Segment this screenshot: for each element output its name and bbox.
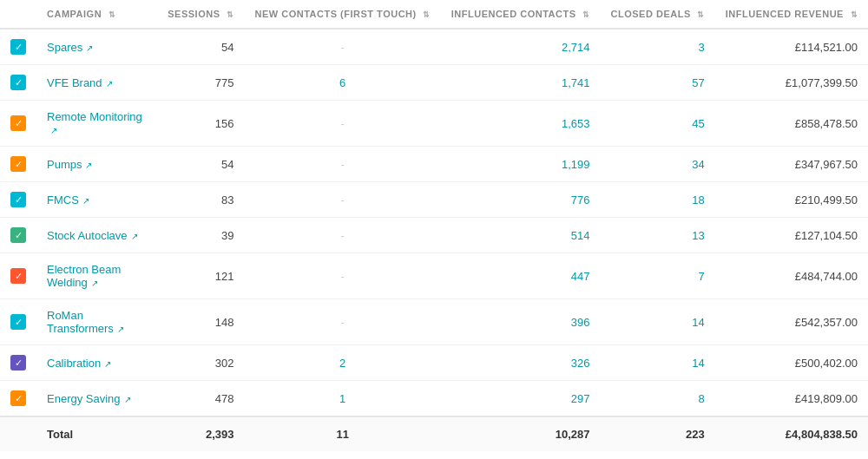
row-new-contacts: - (245, 299, 441, 345)
row-campaign: Pumps↗ (36, 147, 153, 182)
checkmark-icon: ✓ (15, 394, 23, 403)
checkbox-icon[interactable]: ✓ (10, 75, 26, 90)
row-sessions: 54 (153, 147, 245, 182)
campaign-link[interactable]: Remote Monitoring↗ (47, 110, 142, 136)
checkmark-icon: ✓ (15, 78, 23, 88)
campaign-link[interactable]: FMCS↗ (47, 193, 89, 207)
col-header-sessions[interactable]: SESSIONS ⇅ (153, 0, 245, 29)
sort-icon-closed-deals: ⇅ (697, 10, 705, 19)
campaign-link[interactable]: Stock Autoclave↗ (47, 229, 138, 242)
checkmark-icon: ✓ (15, 43, 23, 52)
table-body: ✓Spares↗54-2,7143£114,521.00✓VFE Brand↗7… (0, 29, 868, 416)
checkbox-icon[interactable]: ✓ (10, 390, 26, 406)
row-influenced-contacts: 514 (441, 218, 601, 253)
row-new-contacts: 6 (245, 65, 441, 101)
campaign-link[interactable]: Pumps↗ (47, 158, 92, 171)
row-campaign: FMCS↗ (36, 182, 153, 218)
table-row: ✓Spares↗54-2,7143£114,521.00 (0, 29, 868, 65)
row-influenced-revenue: £1,077,399.50 (715, 65, 868, 101)
campaign-link[interactable]: RoMan Transformers↗ (47, 309, 124, 335)
row-new-contacts: - (245, 147, 441, 182)
row-new-contacts: - (245, 101, 441, 147)
campaign-link[interactable]: Electron Beam Welding↗ (47, 263, 121, 289)
row-influenced-contacts: 447 (441, 253, 601, 299)
row-sessions: 302 (153, 345, 245, 381)
checkbox-icon[interactable]: ✓ (10, 39, 26, 55)
row-influenced-revenue: £500,402.00 (715, 345, 868, 381)
row-campaign: Stock Autoclave↗ (36, 218, 153, 253)
row-influenced-revenue: £484,744.00 (715, 253, 868, 299)
sort-icon-sessions: ⇅ (227, 10, 234, 19)
checkmark-icon: ✓ (15, 195, 23, 205)
row-checkbox-cell[interactable]: ✓ (0, 253, 36, 299)
col-header-checkbox (0, 0, 36, 29)
col-header-influenced-contacts[interactable]: INFLUENCED CONTACTS ⇅ (441, 0, 601, 29)
row-checkbox-cell[interactable]: ✓ (0, 381, 36, 417)
checkbox-icon[interactable]: ✓ (10, 156, 26, 172)
row-new-contacts: 1 (245, 381, 441, 417)
col-header-campaign[interactable]: CAMPAIGN ⇅ (36, 0, 153, 29)
row-campaign: Remote Monitoring↗ (36, 101, 153, 147)
table-header-row: CAMPAIGN ⇅ SESSIONS ⇅ NEW CONTACTS (FIRS… (0, 0, 868, 29)
row-closed-deals: 7 (601, 253, 715, 299)
campaign-link[interactable]: Calibration↗ (47, 357, 111, 370)
checkbox-icon[interactable]: ✓ (10, 314, 26, 330)
row-checkbox-cell[interactable]: ✓ (0, 345, 36, 381)
table-row: ✓Remote Monitoring↗156-1,65345£858,478.5… (0, 101, 868, 147)
table-row: ✓Energy Saving↗47812978£419,809.00 (0, 381, 868, 417)
totals-row: Total 2,393 11 10,287 223 £4,804,838.50 (0, 416, 868, 451)
row-checkbox-cell[interactable]: ✓ (0, 101, 36, 147)
row-checkbox-cell[interactable]: ✓ (0, 299, 36, 345)
sort-icon-new-contacts: ⇅ (423, 10, 431, 19)
table-row: ✓Pumps↗54-1,19934£347,967.50 (0, 147, 868, 182)
campaign-link[interactable]: Energy Saving↗ (47, 392, 131, 405)
row-closed-deals: 18 (601, 182, 715, 218)
external-link-icon: ↗ (106, 79, 113, 89)
checkbox-icon[interactable]: ✓ (10, 192, 26, 207)
row-closed-deals: 34 (601, 147, 715, 182)
col-header-closed-deals[interactable]: CLOSED DEALS ⇅ (601, 0, 715, 29)
row-closed-deals: 14 (601, 299, 715, 345)
row-checkbox-cell[interactable]: ✓ (0, 29, 36, 65)
col-header-influenced-revenue[interactable]: INFLUENCED REVENUE ⇅ (715, 0, 868, 29)
row-influenced-revenue: £347,967.50 (715, 147, 868, 182)
campaign-link[interactable]: Spares↗ (47, 41, 93, 54)
row-checkbox-cell[interactable]: ✓ (0, 147, 36, 182)
row-sessions: 39 (153, 218, 245, 253)
row-closed-deals: 13 (601, 218, 715, 253)
table-row: ✓VFE Brand↗77561,74157£1,077,399.50 (0, 65, 868, 101)
totals-sessions: 2,393 (153, 416, 245, 451)
external-link-icon: ↗ (124, 395, 131, 404)
sort-icon-influenced-revenue: ⇅ (851, 10, 858, 19)
row-checkbox-cell[interactable]: ✓ (0, 218, 36, 253)
campaign-table-container: CAMPAIGN ⇅ SESSIONS ⇅ NEW CONTACTS (FIRS… (0, 0, 868, 451)
external-link-icon: ↗ (85, 161, 92, 170)
row-influenced-contacts: 326 (441, 345, 601, 381)
checkbox-icon[interactable]: ✓ (10, 355, 26, 370)
row-sessions: 83 (153, 182, 245, 218)
campaign-link[interactable]: VFE Brand↗ (47, 76, 113, 89)
checkbox-icon[interactable]: ✓ (10, 115, 26, 131)
col-header-new-contacts[interactable]: NEW CONTACTS (FIRST TOUCH) ⇅ (245, 0, 441, 29)
checkbox-icon[interactable]: ✓ (10, 227, 26, 243)
external-link-icon: ↗ (91, 279, 98, 288)
row-checkbox-cell[interactable]: ✓ (0, 65, 36, 101)
row-closed-deals: 14 (601, 345, 715, 381)
row-new-contacts: 2 (245, 345, 441, 381)
row-influenced-contacts: 1,199 (441, 147, 601, 182)
row-sessions: 148 (153, 299, 245, 345)
totals-influenced-revenue: £4,804,838.50 (715, 416, 868, 451)
row-influenced-revenue: £542,357.00 (715, 299, 868, 345)
external-link-icon: ↗ (86, 43, 93, 53)
row-closed-deals: 45 (601, 101, 715, 147)
row-checkbox-cell[interactable]: ✓ (0, 182, 36, 218)
table-row: ✓Electron Beam Welding↗121-4477£484,744.… (0, 253, 868, 299)
totals-influenced-contacts: 10,287 (441, 416, 601, 451)
row-campaign: Calibration↗ (36, 345, 153, 381)
row-new-contacts: - (245, 218, 441, 253)
row-influenced-revenue: £419,809.00 (715, 381, 868, 417)
totals-label: Total (36, 416, 153, 451)
row-campaign: VFE Brand↗ (36, 65, 153, 101)
checkbox-icon[interactable]: ✓ (10, 268, 26, 284)
totals-closed-deals: 223 (601, 416, 715, 451)
